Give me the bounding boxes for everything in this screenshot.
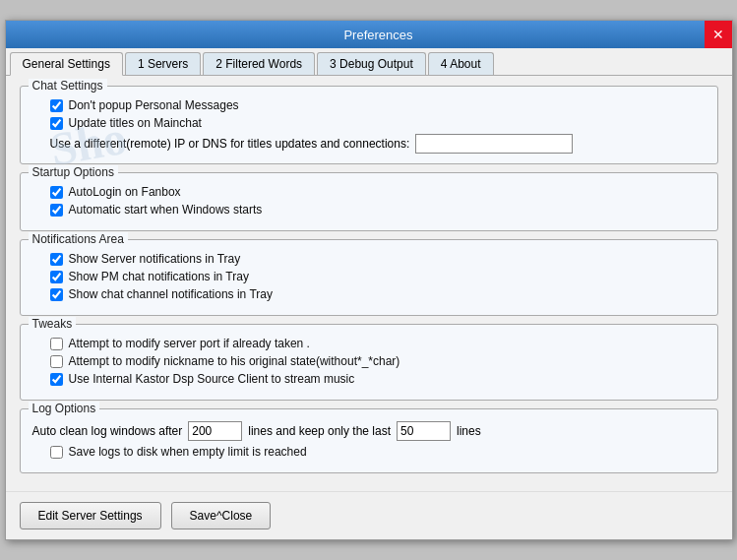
auto-clean-row: Auto clean log windows after lines and k… (32, 421, 706, 441)
modify-port-label[interactable]: Attempt to modify server port if already… (69, 337, 310, 350)
keep-value-input[interactable] (397, 421, 451, 441)
tab-filtered[interactable]: 2 Filtered Words (203, 52, 315, 75)
title-bar: Preferences ✕ (6, 21, 732, 48)
autostart-row: Automatic start when Windows starts (50, 203, 706, 217)
autostart-checkbox[interactable] (50, 204, 63, 217)
notifications-content: Show Server notifications in Tray Show P… (32, 252, 706, 301)
save-disk-label[interactable]: Save logs to disk when empty limit is re… (69, 445, 307, 459)
save-disk-checkbox[interactable] (50, 446, 63, 459)
modify-nick-checkbox[interactable] (50, 355, 63, 368)
notifications-label: Notifications Area (29, 232, 128, 246)
update-titles-row: Update titles on Mainchat (50, 116, 706, 130)
dont-popup-row: Don't popup Personal Messages (50, 98, 706, 112)
log-options-label: Log Options (29, 402, 100, 415)
lines-suffix: lines (457, 424, 481, 438)
dns-input[interactable] (415, 134, 573, 154)
save-disk-row: Save logs to disk when empty limit is re… (32, 445, 706, 459)
kastor-checkbox[interactable] (50, 373, 63, 386)
dns-label: Use a different(remote) IP or DNS for ti… (50, 137, 410, 151)
autologin-checkbox[interactable] (50, 186, 63, 199)
update-titles-label[interactable]: Update titles on Mainchat (69, 116, 202, 130)
tweaks-label: Tweaks (29, 317, 77, 331)
autologin-label[interactable]: AutoLogin on Fanbox (69, 185, 181, 199)
kastor-row: Use Internal Kastor Dsp Source Client to… (50, 372, 706, 386)
modify-nick-label[interactable]: Attempt to modify nickname to his origin… (69, 354, 400, 368)
window-title: Preferences (6, 28, 732, 42)
channel-notif-row: Show chat channel notifications in Tray (50, 287, 706, 301)
kastor-label[interactable]: Use Internal Kastor Dsp Source Client to… (69, 372, 355, 386)
chat-settings-label: Chat Settings (29, 79, 107, 93)
dont-popup-label[interactable]: Don't popup Personal Messages (69, 98, 239, 112)
tweaks-content: Attempt to modify server port if already… (32, 337, 706, 386)
dont-popup-checkbox[interactable] (50, 99, 63, 112)
save-close-button[interactable]: Save^Close (171, 502, 272, 529)
preferences-window: Preferences ✕ General Settings 1 Servers… (5, 20, 733, 540)
pm-notif-label[interactable]: Show PM chat notifications in Tray (69, 270, 249, 283)
startup-options-label: Startup Options (29, 165, 118, 179)
dns-row: Use a different(remote) IP or DNS for ti… (50, 134, 706, 154)
pm-notif-checkbox[interactable] (50, 271, 63, 283)
startup-options-group: Startup Options AutoLogin on Fanbox Auto… (20, 172, 718, 231)
close-button[interactable]: ✕ (705, 21, 732, 48)
tweaks-group: Tweaks Attempt to modify server port if … (20, 324, 718, 401)
modify-nick-row: Attempt to modify nickname to his origin… (50, 354, 706, 368)
bottom-bar: Edit Server Settings Save^Close (6, 491, 732, 539)
main-content: Chat Settings Sho Don't popup Personal M… (6, 76, 732, 491)
server-notif-checkbox[interactable] (50, 253, 63, 266)
channel-notif-label[interactable]: Show chat channel notifications in Tray (69, 287, 273, 301)
pm-notif-row: Show PM chat notifications in Tray (50, 270, 706, 283)
autostart-label[interactable]: Automatic start when Windows starts (69, 203, 263, 217)
server-notif-row: Show Server notifications in Tray (50, 252, 706, 266)
autologin-row: AutoLogin on Fanbox (50, 185, 706, 199)
tab-debug[interactable]: 3 Debug Output (317, 52, 426, 75)
server-notif-label[interactable]: Show Server notifications in Tray (69, 252, 241, 266)
tab-bar: General Settings 1 Servers 2 Filtered Wo… (6, 48, 732, 76)
chat-settings-group: Chat Settings Sho Don't popup Personal M… (20, 86, 718, 164)
lines-value-input[interactable] (188, 421, 242, 441)
tab-servers[interactable]: 1 Servers (125, 52, 201, 75)
tab-general[interactable]: General Settings (10, 52, 123, 76)
lines-middle: lines and keep only the last (248, 424, 391, 438)
log-options-group: Log Options Auto clean log windows after… (20, 408, 718, 473)
notifications-group: Notifications Area Show Server notificat… (20, 239, 718, 316)
tab-about[interactable]: 4 About (428, 52, 494, 75)
edit-server-button[interactable]: Edit Server Settings (20, 502, 161, 529)
chat-settings-content: Don't popup Personal Messages Update tit… (32, 98, 706, 154)
update-titles-checkbox[interactable] (50, 117, 63, 130)
modify-port-checkbox[interactable] (50, 338, 63, 350)
modify-port-row: Attempt to modify server port if already… (50, 337, 706, 350)
startup-options-content: AutoLogin on Fanbox Automatic start when… (32, 185, 706, 217)
auto-clean-prefix: Auto clean log windows after (32, 424, 183, 438)
channel-notif-checkbox[interactable] (50, 288, 63, 301)
log-options-content: Auto clean log windows after lines and k… (32, 421, 706, 459)
